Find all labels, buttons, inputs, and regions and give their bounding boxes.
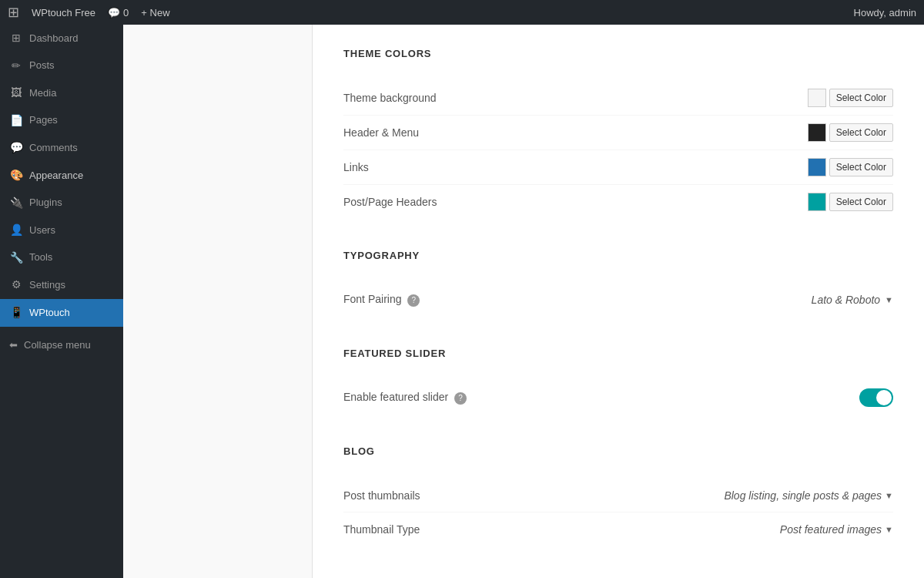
post-thumbnails-dropdown[interactable]: Blog listing, single posts & pages ▼	[724, 489, 893, 502]
theme-bg-swatch[interactable]	[808, 89, 826, 107]
font-pairing-chevron-icon: ▼	[885, 295, 893, 304]
thumbnail-type-dropdown[interactable]: Post featured images ▼	[780, 523, 893, 536]
post-thumbnails-label: Post thumbnails	[343, 489, 420, 502]
users-icon: 👤	[9, 223, 23, 238]
collapse-menu-button[interactable]: ⬅ Collapse menu	[0, 333, 123, 357]
header-menu-select-btn[interactable]: Select Color	[829, 123, 893, 142]
font-pairing-dropdown[interactable]: Lato & Roboto ▼	[812, 294, 893, 306]
admin-sidebar: ⊞ Dashboard ✏ Posts 🖼 Media 📄 Pages 💬 Co…	[0, 25, 123, 578]
tools-icon: 🔧	[9, 250, 23, 266]
enable-slider-row: Enable featured slider ?	[343, 381, 893, 415]
theme-colors-heading: THEME COLORS	[343, 48, 893, 66]
post-thumbnails-chevron-icon: ▼	[885, 491, 893, 500]
pages-icon: 📄	[9, 113, 23, 129]
admin-bar: ⊞ WPtouch Free 💬 0 + New Howdy, admin	[0, 0, 924, 25]
sidebar-item-appearance[interactable]: 🎨 Appearance	[0, 162, 123, 190]
appearance-icon: 🎨	[9, 168, 23, 183]
comments-count-item[interactable]: 💬 0	[108, 7, 129, 18]
post-thumbnails-value: Blog listing, single posts & pages	[724, 489, 882, 502]
sidebar-item-plugins[interactable]: 🔌 Plugins	[0, 190, 123, 217]
featured-slider-heading: FEATURED SLIDER	[343, 348, 893, 365]
featured-slider-section: FEATURED SLIDER Enable featured slider ?	[343, 348, 893, 415]
theme-bg-control: Select Color	[808, 89, 893, 107]
enable-slider-help-icon[interactable]: ?	[454, 392, 467, 405]
thumbnail-type-row: Thumbnail Type Post featured images ▼	[343, 512, 893, 546]
sidebar-item-wptouch[interactable]: 📱 WPtouch	[0, 299, 123, 327]
enable-slider-label: Enable featured slider ?	[343, 391, 467, 405]
links-control: Select Color	[808, 158, 893, 176]
links-select-btn[interactable]: Select Color	[829, 158, 893, 176]
site-name[interactable]: WPtouch Free	[32, 7, 95, 18]
links-label: Links	[343, 161, 369, 173]
font-pairing-row: Font Pairing ? Lato & Roboto ▼	[343, 283, 893, 317]
thumbnail-type-chevron-icon: ▼	[885, 525, 893, 534]
wptouch-icon: 📱	[9, 305, 23, 321]
header-menu-control: Select Color	[808, 123, 893, 142]
wp-logo-icon[interactable]: ⊞	[8, 4, 19, 21]
sidebar-item-posts[interactable]: ✏ Posts	[0, 52, 123, 80]
post-page-headers-label: Post/Page Headers	[343, 196, 437, 208]
collapse-icon: ⬅	[9, 339, 18, 351]
enable-slider-toggle[interactable]	[859, 388, 893, 407]
theme-bg-select-btn[interactable]: Select Color	[829, 89, 893, 107]
header-menu-swatch[interactable]	[808, 123, 826, 142]
links-row: Links Select Color	[343, 150, 893, 185]
theme-colors-section: THEME COLORS Theme background Select Col…	[343, 48, 893, 219]
theme-bg-row: Theme background Select Color	[343, 81, 893, 116]
settings-panel: THEME COLORS Theme background Select Col…	[313, 25, 924, 578]
sidebar-item-tools[interactable]: 🔧 Tools	[0, 244, 123, 272]
comment-icon: 💬	[108, 7, 120, 18]
theme-bg-label: Theme background	[343, 92, 437, 104]
howdy-text: Howdy, admin	[854, 7, 916, 18]
post-page-headers-select-btn[interactable]: Select Color	[829, 193, 893, 211]
post-thumbnails-row: Post thumbnails Blog listing, single pos…	[343, 479, 893, 512]
post-page-headers-row: Post/Page Headers Select Color	[343, 185, 893, 219]
media-icon: 🖼	[9, 86, 23, 101]
sidebar-item-media[interactable]: 🖼 Media	[0, 79, 123, 107]
blog-section: BLOG Post thumbnails Blog listing, singl…	[343, 445, 893, 546]
thumbnail-type-label: Thumbnail Type	[343, 523, 420, 536]
blog-heading: BLOG	[343, 445, 893, 463]
main-content: THEME COLORS Theme background Select Col…	[123, 25, 924, 578]
sidebar-item-comments[interactable]: 💬 Comments	[0, 134, 123, 162]
posts-icon: ✏	[9, 59, 23, 74]
sub-nav-panel	[123, 25, 313, 578]
header-menu-label: Header & Menu	[343, 126, 419, 139]
sidebar-item-users[interactable]: 👤 Users	[0, 217, 123, 244]
settings-icon: ⚙	[9, 277, 23, 293]
sidebar-item-pages[interactable]: 📄 Pages	[0, 107, 123, 135]
post-page-headers-control: Select Color	[808, 193, 893, 211]
sidebar-item-settings[interactable]: ⚙ Settings	[0, 271, 123, 299]
post-page-headers-swatch[interactable]	[808, 193, 826, 211]
typography-heading: TYPOGRAPHY	[343, 250, 893, 267]
font-pairing-value: Lato & Roboto	[812, 294, 881, 306]
header-menu-row: Header & Menu Select Color	[343, 116, 893, 150]
thumbnail-type-value: Post featured images	[780, 523, 882, 536]
font-pairing-label: Font Pairing ?	[343, 293, 420, 307]
comments-icon: 💬	[9, 140, 23, 156]
dashboard-icon: ⊞	[9, 31, 23, 46]
typography-section: TYPOGRAPHY Font Pairing ? Lato & Roboto …	[343, 250, 893, 317]
links-swatch[interactable]	[808, 158, 826, 176]
font-pairing-help-icon[interactable]: ?	[407, 294, 420, 307]
new-content-button[interactable]: + New	[141, 7, 169, 18]
plugins-icon: 🔌	[9, 196, 23, 211]
sidebar-item-dashboard[interactable]: ⊞ Dashboard	[0, 25, 123, 52]
